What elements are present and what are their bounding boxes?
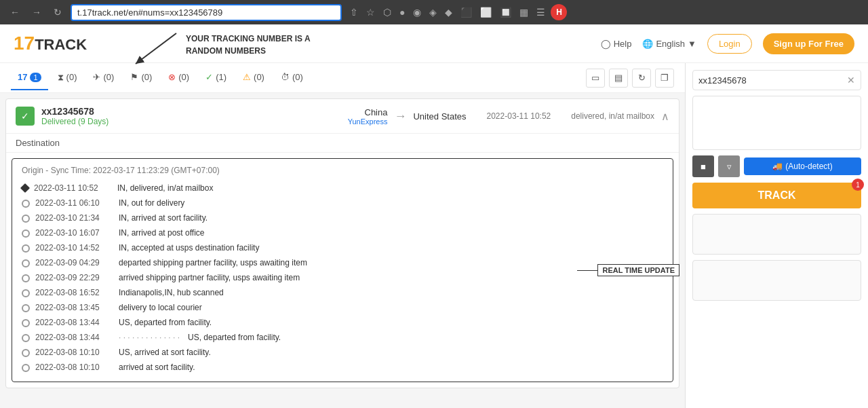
profile-avatar[interactable]: H <box>551 4 567 20</box>
track-input-container: xx12345678 ✕ <box>692 70 861 90</box>
event-dot-1 <box>22 200 30 208</box>
flag-icon: ⚑ <box>130 72 138 82</box>
ext6-icon[interactable]: ⬜ <box>477 5 494 19</box>
track-input-value: xx12345678 <box>698 75 847 86</box>
event-datetime-0: 2022-03-11 10:52 <box>34 183 112 193</box>
event-datetime-12: 2022-03-08 10:10 <box>35 363 113 372</box>
collapse-button[interactable]: ∧ <box>661 110 669 123</box>
track-button[interactable]: TRACK <box>692 183 861 208</box>
event-dot-2 <box>22 215 30 223</box>
tab-all[interactable]: 17 1 <box>11 65 48 90</box>
event-datetime-5: 2022-03-09 04:29 <box>35 258 113 267</box>
url-bar[interactable] <box>71 4 342 21</box>
tracking-event: 2022-03-11 06:10 IN, out for delivery <box>22 196 663 210</box>
ext4-icon[interactable]: ◆ <box>442 5 455 19</box>
filter-action-button[interactable]: ▿ <box>718 155 740 177</box>
event-datetime-9: 2022-03-08 13:44 <box>35 318 113 327</box>
tab-alert-count: (0) <box>254 72 264 82</box>
tab-bar: 17 1 ⧗ (0) ✈ (0) ⚑ (0) ⊗ (0) <box>0 63 685 93</box>
browser-chrome: ← → ↻ ⇧ ☆ ⬡ ● ◉ ◈ ◆ ⬛ ⬜ 🔲 ▦ ☰ H <box>0 0 868 24</box>
tab-delivered[interactable]: ✓ (1) <box>199 65 233 90</box>
package-header: ✓ xx12345678 Delivered (9 Days) China Yu… <box>6 99 679 134</box>
tab-pickup-count: (0) <box>141 72 152 82</box>
refresh-button[interactable]: ↻ <box>632 69 651 88</box>
tracking-event: 2022-03-08 13:44 US, departed from facil… <box>22 315 663 330</box>
ext1-icon[interactable]: ● <box>397 5 408 19</box>
track-button-container: TRACK 1 <box>692 183 861 208</box>
annotation-container: 17TRACK ◯ Help 🌐 English ▼ Login Sign up… <box>0 24 868 63</box>
plane-icon: ✈ <box>93 72 100 82</box>
tab-transit-count: (0) <box>103 72 114 82</box>
tab-expired-count: (0) <box>292 72 303 82</box>
help-circle-icon: ◯ <box>601 39 611 49</box>
origin-country: China <box>348 107 388 117</box>
event-desc-8: delivery to local courier <box>119 303 202 312</box>
tracking-textarea[interactable] <box>692 96 861 150</box>
reload-button[interactable]: ↻ <box>50 5 65 19</box>
copy-button[interactable]: ▭ <box>586 69 605 88</box>
warning-icon: ⚠ <box>243 72 251 82</box>
auto-detect-label: (Auto-detect) <box>785 162 832 171</box>
panel-placeholder-2 <box>692 260 861 301</box>
forward-button[interactable]: → <box>28 5 45 19</box>
destination-label: Destination <box>6 134 679 153</box>
event-dot-5 <box>22 259 30 267</box>
tab-alert[interactable]: ⚠ (0) <box>236 65 271 90</box>
tab-number-icon: 17 <box>18 72 27 82</box>
ext9-icon[interactable]: ☰ <box>534 5 548 19</box>
logo-number: 17 <box>14 33 35 54</box>
filter-button[interactable]: ▤ <box>609 69 628 88</box>
dark-action-button[interactable]: ■ <box>692 155 714 177</box>
browser-toolbar: ⇧ ☆ ⬡ ● ◉ ◈ ◆ ⬛ ⬜ 🔲 ▦ ☰ H <box>347 4 567 20</box>
event-datetime-10: 2022-03-08 13:44 <box>35 333 113 342</box>
event-datetime-11: 2022-03-08 10:10 <box>35 348 113 357</box>
ext2-icon[interactable]: ◉ <box>410 5 424 19</box>
package-info: xx12345678 Delivered (9 Days) <box>41 106 341 126</box>
signup-button[interactable]: Sign up For Free <box>763 33 854 54</box>
package-number: xx12345678 <box>41 106 341 117</box>
event-dot-6 <box>22 274 30 282</box>
event-datetime-1: 2022-03-11 06:10 <box>35 198 113 208</box>
tracking-event: 2022-03-10 21:34 IN, arrived at sort fac… <box>22 210 663 225</box>
bookmark-icon[interactable]: ☆ <box>363 5 378 19</box>
auto-detect-button[interactable]: 🚚 (Auto-detect) <box>744 157 861 175</box>
tab-pending[interactable]: ⧗ (0) <box>51 65 84 91</box>
clear-tracking-button[interactable]: ✕ <box>847 75 855 86</box>
ext5-icon[interactable]: ⬛ <box>458 5 475 19</box>
expand-button[interactable]: ❐ <box>655 69 674 88</box>
track-count-badge: 1 <box>852 179 864 191</box>
event-desc-6: arrived shipping partner facility, usps … <box>119 273 300 282</box>
truck-icon: 🚚 <box>772 162 783 171</box>
tab-expired[interactable]: ⏱ (0) <box>274 65 310 90</box>
language-label: English <box>656 39 685 49</box>
event-desc-10b: US, departed from facility. <box>188 333 281 342</box>
delivery-status-text: delivered, in/at mailbox <box>571 111 654 121</box>
login-button[interactable]: Login <box>707 34 752 54</box>
event-dot-4 <box>22 244 30 253</box>
language-button[interactable]: 🌐 English ▼ <box>642 39 696 49</box>
delivered-status-icon: ✓ <box>16 107 35 126</box>
tab-pickup[interactable]: ⚑ (0) <box>123 65 159 90</box>
tracking-event: 2022-03-08 10:10 arrived at sort facilit… <box>22 360 663 375</box>
route-origin: China YunExpress <box>348 107 388 126</box>
back-button[interactable]: ← <box>7 5 23 19</box>
extensions-icon[interactable]: ⬡ <box>380 5 394 19</box>
error-icon: ⊗ <box>168 72 176 82</box>
event-desc-1: IN, out for delivery <box>119 198 184 208</box>
event-datetime-2: 2022-03-10 21:34 <box>35 213 113 223</box>
event-desc-7: Indianapolis,IN, hub scanned <box>119 288 224 297</box>
package-card: ✓ xx12345678 Delivered (9 Days) China Yu… <box>5 98 679 388</box>
tab-transit[interactable]: ✈ (0) <box>86 65 121 90</box>
event-dot-12 <box>22 364 30 372</box>
tracking-event: 2022-03-11 10:52 IN, delivered, in/at ma… <box>22 181 663 196</box>
ext3-icon[interactable]: ◈ <box>427 5 439 19</box>
tracking-event: 2022-03-08 13:45 delivery to local couri… <box>22 300 663 315</box>
panel-placeholder-1 <box>692 214 861 255</box>
share-icon[interactable]: ⇧ <box>347 5 361 19</box>
ext8-icon[interactable]: ▦ <box>517 5 531 19</box>
destination-country: United States <box>413 111 466 122</box>
tab-undelivered[interactable]: ⊗ (0) <box>161 65 196 90</box>
help-button[interactable]: ◯ Help <box>601 39 632 49</box>
header-right: ◯ Help 🌐 English ▼ Login Sign up For Fre… <box>601 33 854 54</box>
ext7-icon[interactable]: 🔲 <box>497 5 514 19</box>
